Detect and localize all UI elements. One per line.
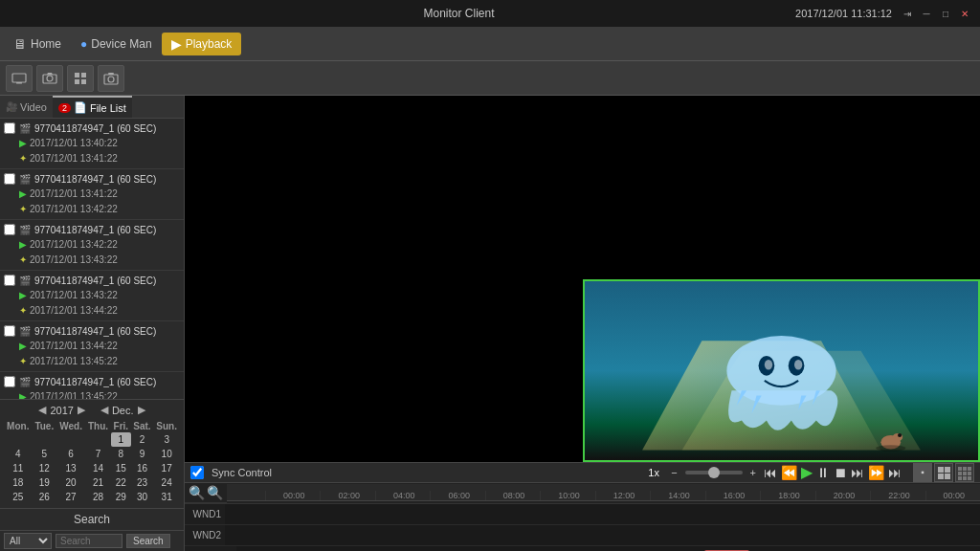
cal-day[interactable]: 6 bbox=[56, 447, 85, 461]
search-label-bar: Search bbox=[0, 508, 184, 530]
cal-day[interactable]: 24 bbox=[153, 475, 180, 490]
skip-end-btn[interactable]: ⏭ bbox=[888, 465, 902, 480]
cal-day[interactable]: 13 bbox=[56, 461, 85, 475]
cal-day[interactable]: 12 bbox=[33, 461, 56, 475]
svg-point-22 bbox=[876, 445, 905, 451]
sync-label: Sync Control bbox=[212, 467, 272, 478]
cal-day[interactable]: 2 bbox=[131, 432, 154, 447]
end-icon: ✦ bbox=[19, 253, 27, 268]
cal-day[interactable]: 29 bbox=[111, 490, 131, 504]
search-button[interactable]: Search bbox=[126, 534, 170, 548]
cal-day[interactable]: 8 bbox=[111, 447, 131, 461]
cal-day[interactable]: 1 bbox=[111, 432, 131, 447]
file-checkbox-4[interactable] bbox=[4, 275, 15, 286]
cal-day[interactable]: 26 bbox=[33, 490, 56, 504]
exit-icon[interactable]: ⇥ bbox=[900, 6, 915, 21]
file-group-4: 🎬 9770411874947_1 (60 SEC) ▶ 2017/12/01 … bbox=[0, 271, 184, 321]
cal-day[interactable]: 15 bbox=[111, 461, 131, 475]
stop-btn[interactable]: ⏹ bbox=[834, 465, 847, 480]
cal-day[interactable]: 22 bbox=[111, 475, 131, 490]
cal-day[interactable]: 20 bbox=[56, 475, 85, 490]
time-tick-12: 00:00 bbox=[925, 491, 980, 500]
tab-video[interactable]: 🎥 Video bbox=[0, 96, 53, 118]
file-checkbox-2[interactable] bbox=[4, 173, 15, 185]
cal-day[interactable]: 21 bbox=[85, 475, 111, 490]
svg-rect-1 bbox=[16, 82, 22, 84]
search-input[interactable] bbox=[56, 534, 122, 548]
wnd-track-WND2[interactable]: WND2 bbox=[185, 525, 980, 546]
wnd-track-WND1[interactable]: WND1 bbox=[185, 504, 980, 525]
view-2x2-btn[interactable] bbox=[934, 463, 953, 482]
speed-plus-btn[interactable]: + bbox=[750, 467, 756, 478]
cal-day[interactable]: 7 bbox=[85, 447, 111, 461]
cal-day[interactable]: 31 bbox=[153, 490, 180, 504]
view-3x3-btn[interactable] bbox=[955, 463, 974, 482]
file-checkbox-5[interactable] bbox=[4, 325, 15, 337]
time-tick-1: 02:00 bbox=[320, 491, 374, 500]
cal-day[interactable]: 23 bbox=[131, 475, 154, 490]
cal-prev-year[interactable]: ◀ bbox=[38, 404, 46, 416]
cal-day[interactable]: 14 bbox=[85, 461, 111, 475]
cal-day[interactable]: 19 bbox=[33, 475, 56, 490]
zoom-out-btn[interactable]: 🔍 bbox=[207, 485, 223, 500]
speed-slider[interactable] bbox=[685, 471, 743, 474]
cal-day[interactable]: 18 bbox=[4, 475, 33, 490]
svg-rect-10 bbox=[108, 73, 114, 75]
file-name: 9770411874947_1 (60 SEC) bbox=[34, 276, 156, 286]
svg-point-9 bbox=[108, 77, 114, 82]
cal-prev-month[interactable]: ◀ bbox=[100, 404, 108, 416]
cal-next-month[interactable]: ▶ bbox=[138, 404, 145, 416]
cal-day[interactable]: 9 bbox=[131, 447, 154, 461]
file-checkbox-6[interactable] bbox=[4, 376, 15, 387]
cal-day[interactable]: 30 bbox=[131, 490, 154, 504]
cal-next-year[interactable]: ▶ bbox=[78, 404, 85, 416]
cal-day[interactable]: 27 bbox=[56, 490, 85, 504]
nav-device-label: Device Man bbox=[91, 37, 151, 51]
file-group-5: 🎬 9770411874947_1 (60 SEC) ▶ 2017/12/01 … bbox=[0, 321, 184, 372]
file-sub: ▶ 2017/12/01 13:41:22 ✦ 2017/12/01 13:42… bbox=[0, 187, 184, 217]
view-1x1-btn[interactable]: ▪ bbox=[913, 463, 932, 482]
cal-day[interactable]: 25 bbox=[4, 490, 33, 504]
cal-day[interactable]: 10 bbox=[153, 447, 180, 461]
nav-device-man[interactable]: ● Device Man bbox=[71, 33, 162, 55]
next-btn[interactable]: ⏩ bbox=[868, 465, 884, 480]
cal-day[interactable]: 4 bbox=[4, 447, 33, 461]
cal-day-header: Mon. bbox=[4, 420, 33, 432]
cal-week-row: 25262728293031 bbox=[4, 490, 180, 504]
file-checkbox-3[interactable] bbox=[4, 224, 15, 235]
cal-day-header: Fri. bbox=[111, 420, 131, 432]
cal-day[interactable]: 3 bbox=[153, 432, 180, 447]
file-end-row: ✦ 2017/12/01 13:41:22 bbox=[19, 151, 184, 166]
video-cell-1 bbox=[185, 96, 582, 278]
file-checkbox-1[interactable] bbox=[4, 122, 15, 134]
zoom-in-btn[interactable]: 🔍 bbox=[189, 485, 205, 500]
cal-day[interactable]: 11 bbox=[4, 461, 33, 475]
monitor-tool-btn[interactable] bbox=[6, 65, 33, 92]
toolbar bbox=[0, 61, 980, 96]
cal-week-row: 45678910 bbox=[4, 447, 180, 461]
cal-day[interactable]: 16 bbox=[131, 461, 154, 475]
nav-playback[interactable]: ▶ Playback bbox=[162, 33, 242, 55]
snapshot-tool-btn[interactable] bbox=[98, 65, 124, 92]
layout-tool-btn[interactable] bbox=[67, 65, 94, 92]
skip-start-btn[interactable]: ⏮ bbox=[764, 465, 777, 480]
filter-select[interactable]: All bbox=[4, 533, 52, 549]
cal-day[interactable]: 5 bbox=[33, 447, 56, 461]
video-cell-4[interactable]: 9770411874947_1 - 2017/12/01 00:00:50 93… bbox=[583, 279, 980, 462]
maximize-icon[interactable]: □ bbox=[938, 6, 953, 21]
wnd-track-WND3[interactable]: ►WND3 bbox=[185, 546, 980, 551]
nav-home[interactable]: 🖥 Home bbox=[4, 33, 71, 55]
next-frame-btn[interactable]: ⏭ bbox=[851, 465, 864, 480]
tab-file-list[interactable]: 2 📄 File List bbox=[53, 96, 132, 118]
play-btn[interactable]: ▶ bbox=[801, 463, 813, 481]
time-tick-10: 20:00 bbox=[815, 491, 870, 500]
prev-btn[interactable]: ⏪ bbox=[781, 465, 797, 480]
speed-minus-btn[interactable]: − bbox=[671, 467, 677, 478]
cal-day[interactable]: 17 bbox=[153, 461, 180, 475]
close-icon[interactable]: ✕ bbox=[957, 6, 972, 21]
pause-btn[interactable]: ⏸ bbox=[816, 465, 830, 480]
sync-checkbox[interactable] bbox=[190, 466, 204, 479]
camera-tool-btn[interactable] bbox=[36, 65, 63, 92]
cal-day[interactable]: 28 bbox=[85, 490, 111, 504]
minimize-icon[interactable]: ─ bbox=[919, 6, 934, 21]
